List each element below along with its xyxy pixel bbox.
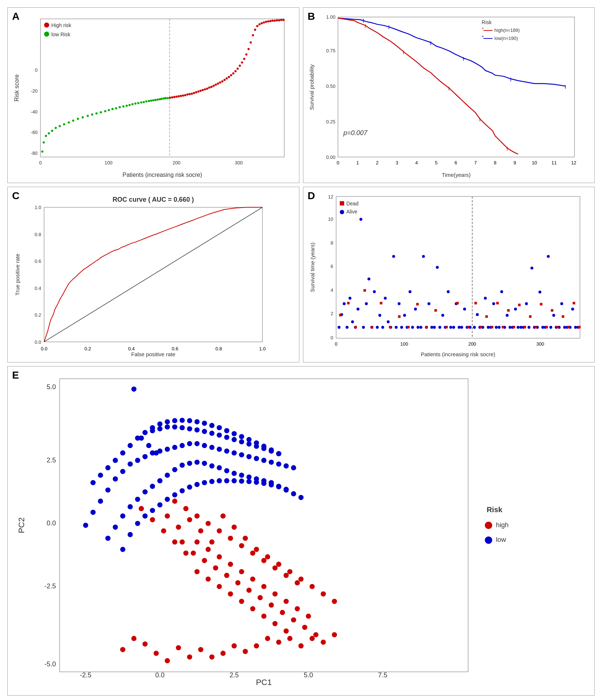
- svg-point-428: [195, 441, 200, 446]
- svg-point-380: [306, 614, 311, 619]
- svg-point-527: [187, 418, 192, 423]
- svg-rect-236: [380, 302, 382, 304]
- svg-point-408: [287, 636, 292, 641]
- svg-point-346: [213, 565, 218, 570]
- svg-text:low(n=190): low(n=190): [494, 36, 518, 41]
- svg-point-96: [263, 21, 265, 23]
- svg-text:+: +: [481, 34, 484, 38]
- svg-point-283: [574, 326, 577, 329]
- svg-point-376: [261, 584, 266, 589]
- svg-point-333: [232, 525, 237, 530]
- svg-point-80: [228, 76, 230, 78]
- svg-point-90: [250, 41, 252, 44]
- svg-point-34: [122, 105, 125, 108]
- svg-text:Patients (increasing risk socr: Patients (increasing risk socre): [123, 172, 202, 178]
- svg-point-482: [217, 478, 222, 483]
- svg-point-61: [186, 93, 189, 96]
- svg-point-185: [346, 326, 348, 329]
- svg-point-467: [291, 491, 296, 496]
- svg-point-266: [527, 326, 530, 329]
- svg-rect-242: [434, 309, 437, 312]
- svg-rect-295: [529, 315, 531, 318]
- svg-point-334: [243, 536, 248, 541]
- svg-point-227: [460, 326, 463, 329]
- svg-point-200: [387, 320, 389, 323]
- svg-point-361: [250, 606, 255, 611]
- svg-point-307: [340, 210, 344, 214]
- svg-text:0.8: 0.8: [215, 346, 222, 351]
- panel-c-label: C: [12, 190, 19, 202]
- svg-text:-20: -20: [31, 88, 38, 94]
- svg-point-427: [187, 441, 192, 446]
- svg-point-502: [224, 435, 229, 440]
- svg-point-196: [376, 326, 378, 329]
- svg-point-65: [195, 91, 197, 93]
- svg-text:0.6: 0.6: [172, 346, 178, 351]
- svg-point-371: [206, 547, 211, 552]
- svg-point-356: [195, 569, 200, 574]
- svg-text:5: 5: [435, 160, 437, 165]
- svg-point-480: [202, 480, 207, 485]
- svg-point-520: [135, 436, 140, 441]
- svg-point-488: [261, 481, 266, 486]
- svg-text:Time(years): Time(years): [442, 172, 470, 178]
- svg-rect-294: [523, 326, 526, 328]
- svg-point-273: [547, 255, 550, 258]
- svg-point-415: [98, 499, 103, 504]
- svg-point-451: [172, 467, 177, 472]
- svg-point-197: [378, 314, 381, 317]
- svg-point-205: [400, 326, 403, 329]
- svg-point-456: [209, 463, 214, 469]
- panel-b: B Survival probability Time(years) 0.00 …: [303, 7, 595, 183]
- svg-point-429: [202, 443, 207, 448]
- svg-text:11: 11: [551, 160, 557, 165]
- panel-c: C ROC curve ( AUC = 0.660 ) True positiv…: [7, 187, 299, 362]
- svg-point-430: [209, 445, 214, 450]
- svg-point-224: [452, 326, 455, 329]
- svg-point-410: [310, 636, 315, 641]
- svg-point-439: [276, 461, 281, 466]
- svg-point-102: [276, 19, 278, 21]
- svg-text:True positive rate: True positive rate: [15, 254, 21, 295]
- svg-point-481: [209, 479, 214, 484]
- svg-point-71: [208, 86, 210, 89]
- svg-point-330: [198, 528, 203, 533]
- svg-point-495: [172, 424, 177, 429]
- svg-point-344: [191, 551, 196, 556]
- svg-point-99: [269, 20, 272, 22]
- svg-point-271: [541, 326, 544, 329]
- svg-point-33: [119, 106, 121, 108]
- svg-point-72: [210, 86, 213, 88]
- svg-text:0: 0: [35, 67, 37, 73]
- svg-point-202: [392, 255, 395, 258]
- svg-point-86: [241, 62, 243, 64]
- svg-point-436: [254, 456, 259, 461]
- svg-point-16: [48, 132, 50, 134]
- svg-rect-238: [398, 315, 400, 318]
- svg-text:5.0: 5.0: [304, 671, 313, 679]
- svg-rect-297: [540, 303, 542, 305]
- svg-point-275: [552, 314, 555, 317]
- svg-point-411: [321, 640, 326, 645]
- svg-point-448: [150, 484, 155, 489]
- svg-point-215: [427, 302, 430, 305]
- svg-rect-167: [336, 197, 580, 338]
- svg-point-454: [195, 459, 200, 465]
- svg-point-341: [321, 591, 326, 596]
- svg-point-358: [217, 584, 222, 589]
- svg-point-425: [172, 445, 177, 450]
- svg-point-531: [217, 425, 222, 430]
- svg-point-17: [51, 130, 53, 132]
- svg-point-104: [280, 19, 282, 21]
- svg-rect-296: [534, 326, 537, 328]
- svg-point-94: [258, 23, 261, 25]
- svg-text:PC1: PC1: [256, 678, 272, 687]
- svg-point-88: [245, 53, 247, 56]
- svg-point-391: [284, 573, 289, 578]
- svg-text:-60: -60: [31, 130, 38, 135]
- svg-point-14: [43, 141, 45, 144]
- svg-point-359: [228, 591, 233, 596]
- svg-point-336: [265, 554, 270, 559]
- svg-point-388: [250, 551, 255, 556]
- svg-point-226: [458, 326, 461, 329]
